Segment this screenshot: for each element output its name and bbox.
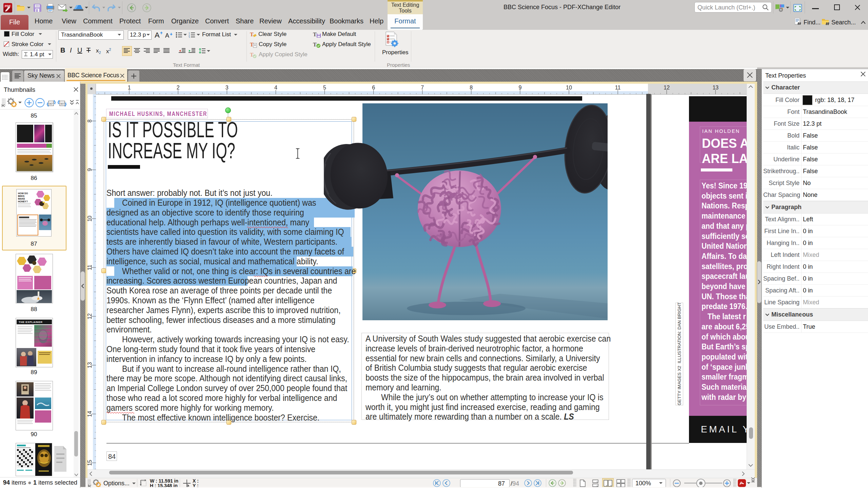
svg-text:1: 1 — [128, 85, 131, 90]
svg-text:T: T — [250, 42, 254, 47]
svg-text:12: 12 — [87, 313, 93, 319]
svg-text:11: 11 — [87, 265, 93, 270]
svg-text:12: 12 — [664, 85, 670, 90]
svg-text:14: 14 — [87, 411, 93, 417]
svg-text:1: 1 — [189, 32, 190, 34]
svg-text:2: 2 — [177, 85, 180, 90]
svg-text:13: 13 — [712, 85, 718, 90]
svg-text:10: 10 — [566, 85, 572, 90]
svg-text:8: 8 — [470, 85, 473, 90]
svg-text:15: 15 — [87, 460, 93, 466]
svg-text:10: 10 — [87, 216, 93, 222]
svg-text:T: T — [313, 32, 317, 37]
svg-text:6: 6 — [372, 85, 375, 90]
svg-text:13: 13 — [87, 362, 93, 368]
svg-text:9: 9 — [518, 85, 521, 90]
svg-text:5: 5 — [323, 85, 326, 90]
svg-text:T: T — [250, 32, 254, 37]
svg-text:11: 11 — [615, 85, 621, 90]
svg-text:3: 3 — [225, 85, 229, 90]
svg-text:9: 9 — [87, 168, 93, 171]
svg-text:7: 7 — [421, 85, 424, 90]
svg-text:90°: 90° — [49, 102, 54, 105]
svg-text:4: 4 — [274, 85, 277, 90]
svg-text:90°: 90° — [60, 102, 65, 105]
svg-text:PDF: PDF — [5, 4, 11, 8]
svg-text:8: 8 — [87, 119, 93, 122]
svg-text:T: T — [313, 42, 317, 47]
svg-text:3: 3 — [189, 36, 190, 38]
